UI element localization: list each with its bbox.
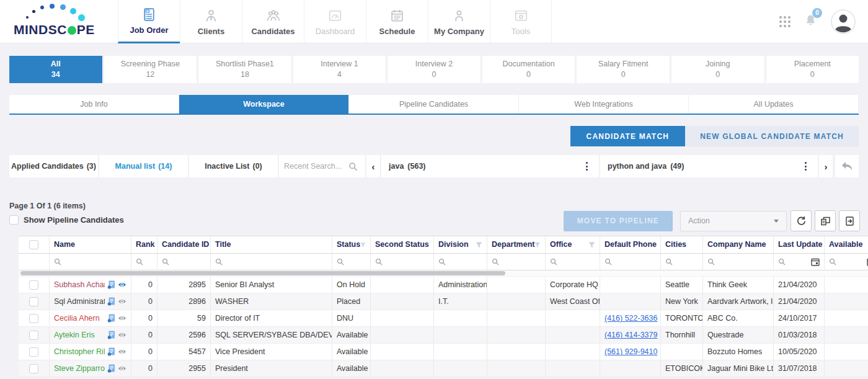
row-checkbox[interactable] <box>29 347 38 357</box>
view-candidate-icon[interactable] <box>118 349 126 355</box>
column-header-department[interactable]: Department <box>487 236 546 253</box>
stage-tab-salary-fitment[interactable]: Salary Fitment0 <box>577 56 670 83</box>
calendar-icon[interactable] <box>811 257 820 266</box>
view-candidate-icon[interactable] <box>118 315 126 321</box>
column-header-name[interactable]: Name <box>50 236 131 253</box>
scrollbar-thumb[interactable] <box>20 271 505 275</box>
saved-search-python-and-java[interactable]: python and java(49) <box>600 155 818 177</box>
undo-button[interactable] <box>835 155 859 177</box>
row-checkbox[interactable] <box>29 297 38 306</box>
row-checkbox[interactable] <box>29 364 38 373</box>
stage-tab-shortlist-phase1[interactable]: Shortlisti Phase118 <box>198 56 291 83</box>
tab-all-updates[interactable]: All Updates <box>689 95 859 114</box>
filter-input-department[interactable] <box>502 257 541 266</box>
nav-item-dashboard[interactable]: Dashboard <box>304 0 366 43</box>
new-global-candidate-match-button[interactable]: NEW GLOBAL CANDIDATE MATCH <box>685 126 859 146</box>
phone-link[interactable]: (416) 414-3379 <box>604 331 657 339</box>
column-header-last-update[interactable]: Last Update <box>774 236 825 253</box>
column-header-second-status[interactable]: Second Status <box>371 236 434 253</box>
phone-link[interactable]: (561) 929-9410 <box>604 347 657 356</box>
filter-input-company-name[interactable] <box>717 257 769 266</box>
nav-item-schedule[interactable]: Schedule <box>366 0 428 43</box>
export-button[interactable] <box>839 210 860 231</box>
view-candidate-icon[interactable] <box>118 298 126 305</box>
filter-input-cities[interactable] <box>675 257 698 266</box>
saved-search-java[interactable]: java(563) <box>381 155 599 177</box>
view-candidate-icon[interactable] <box>118 332 126 338</box>
kebab-menu-icon[interactable] <box>801 159 810 173</box>
filter-input-name[interactable] <box>64 257 126 266</box>
view-candidate-icon[interactable] <box>118 282 126 288</box>
resume-icon[interactable] <box>107 331 115 339</box>
stage-tab-screening-phase[interactable]: Screening Phase12 <box>104 56 197 83</box>
row-checkbox[interactable] <box>29 314 38 323</box>
move-to-pipeline-button[interactable]: MOVE TO PIPELINE <box>564 211 673 231</box>
resume-icon[interactable] <box>107 364 115 373</box>
notifications-bell-icon[interactable]: 0 <box>804 14 817 30</box>
stage-tab-documentation[interactable]: Documentation0 <box>482 56 575 83</box>
recent-search-input[interactable] <box>284 162 346 171</box>
filter-input-default-phone[interactable] <box>614 257 656 266</box>
column-header-cities[interactable]: Cities <box>661 236 703 253</box>
candidate-name-link[interactable]: Christopher Riley <box>54 344 105 360</box>
tab-pipeline-candidates[interactable]: Pipeline Candidates <box>349 95 519 114</box>
filter-input-available[interactable] <box>839 257 864 266</box>
candidate-name-link[interactable]: Subhash Acharya <box>54 277 105 293</box>
refresh-button[interactable] <box>790 210 812 231</box>
candidate-match-button[interactable]: CANDIDATE MATCH <box>570 126 686 146</box>
select-all-checkbox[interactable] <box>29 240 38 249</box>
stage-tab-joining[interactable]: Joining0 <box>671 56 764 83</box>
resume-icon[interactable] <box>107 280 115 289</box>
resume-icon[interactable] <box>107 314 115 323</box>
column-header-rank[interactable]: Rank <box>131 236 157 253</box>
candidate-name-link[interactable]: Cecilia Ahern <box>54 310 105 326</box>
tab-applied-candidates[interactable]: Applied Candidates(3) <box>9 155 98 177</box>
copy-grid-button[interactable] <box>815 210 836 231</box>
column-header-available[interactable]: Available <box>825 236 868 253</box>
column-header-status[interactable]: Status <box>332 236 371 253</box>
filter-input-title[interactable] <box>225 257 327 266</box>
column-header-division[interactable]: Division <box>434 236 487 253</box>
tab-inactive-list[interactable]: Inactive List(0) <box>189 155 278 177</box>
column-header-candidate-id[interactable]: Candidate ID <box>157 236 211 253</box>
show-pipeline-checkbox[interactable] <box>9 215 19 225</box>
phone-link[interactable]: (416) 522-3636 <box>604 314 657 323</box>
stage-tab-placement[interactable]: Placement0 <box>766 56 859 83</box>
candidate-name-link[interactable]: Sql Administrator <box>54 293 105 310</box>
row-checkbox[interactable] <box>29 280 38 290</box>
column-header-title[interactable]: Title <box>211 236 332 253</box>
apps-grid-icon[interactable] <box>779 16 790 27</box>
filter-input-candidate-id[interactable] <box>172 257 206 266</box>
nav-item-clients[interactable]: Clients <box>180 0 242 43</box>
filter-input-status[interactable] <box>347 257 366 266</box>
resume-icon[interactable] <box>107 347 115 356</box>
column-header-office[interactable]: Office <box>546 236 600 253</box>
candidate-name-link[interactable]: Aytekin Eris <box>54 327 105 343</box>
nav-item-candidates[interactable]: Candidates <box>242 0 304 43</box>
stage-tab-interview-1[interactable]: Interview 14 <box>293 56 386 83</box>
saved-search-next-arrow[interactable]: › <box>819 155 833 177</box>
column-header-company-name[interactable]: Company Name <box>703 236 774 253</box>
tab-manual-list[interactable]: Manual list(14) <box>99 155 188 177</box>
row-checkbox[interactable] <box>29 331 38 340</box>
kebab-menu-icon[interactable] <box>582 159 591 173</box>
stage-tab-interview-2[interactable]: Interview 20 <box>388 56 480 83</box>
filter-funnel-icon[interactable] <box>588 242 595 248</box>
resume-icon[interactable] <box>107 297 115 306</box>
filter-input-second-status[interactable] <box>385 257 429 266</box>
filter-funnel-icon[interactable] <box>476 242 482 248</box>
filter-funnel-icon[interactable] <box>534 242 541 248</box>
action-dropdown[interactable]: Action <box>680 211 787 231</box>
search-icon[interactable] <box>348 162 358 171</box>
column-header-default-phone[interactable]: Default Phone <box>600 236 661 253</box>
filter-input-division[interactable] <box>448 257 482 266</box>
tab-web-integrations[interactable]: Web Integrations <box>519 95 689 114</box>
nav-item-my-company[interactable]: My Company <box>428 0 490 43</box>
nav-item-tools[interactable]: Tools <box>490 0 552 43</box>
user-avatar[interactable] <box>831 9 856 34</box>
tab-job-info[interactable]: Job Info <box>9 95 179 114</box>
stage-tab-all[interactable]: All34 <box>9 56 102 83</box>
candidate-name-link[interactable]: Steve Zipparro <box>54 360 105 377</box>
filter-input-office[interactable] <box>560 257 595 266</box>
nav-item-job-order[interactable]: Job Order <box>118 0 180 43</box>
